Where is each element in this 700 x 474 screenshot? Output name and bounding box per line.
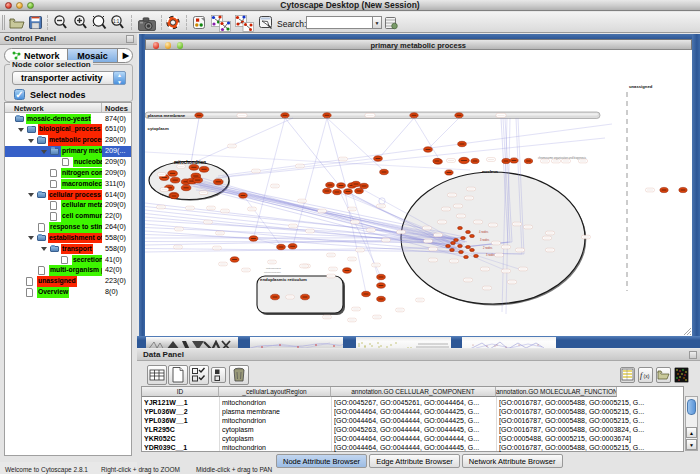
svg-text:plasma membrane: plasma membrane [147,113,185,118]
svg-text:2 nodes: 2 nodes [483,246,493,250]
svg-text:1:1: 1:1 [113,19,120,24]
svg-text:cytoplasm: cytoplasm [147,126,168,131]
svg-text:(x): (x) [644,373,650,379]
svg-text:4 nodes: 4 nodes [479,230,489,234]
svg-text:intermembrane: intermembrane [264,271,281,274]
svg-text:mitochondrion: mitochondrion [174,160,206,165]
svg-text:endoplasmic reticulum: endoplasmic reticulum [260,277,307,282]
svg-text:unassigned: unassigned [629,84,653,89]
svg-text:mitochondrial: mitochondrial [266,267,281,270]
svg-text:chromosome organization and bi: chromosome organization and biogenesis [538,156,587,160]
svg-text:nucleus: nucleus [482,169,499,174]
svg-text:3 nodes: 3 nodes [480,238,490,242]
